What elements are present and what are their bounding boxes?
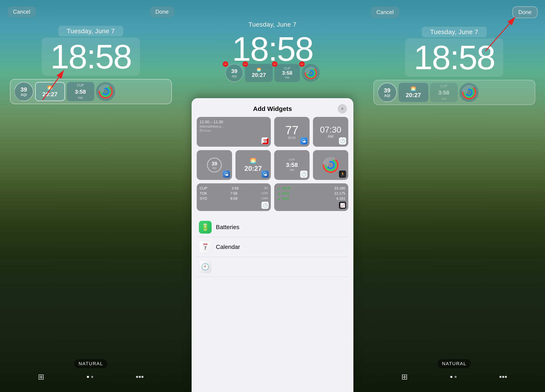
calendar-app-row[interactable]: JUN 7 Calendar — [197, 237, 348, 257]
middle-panel: Tuesday, June 7 18:58 39 AQI − 🌅 20:27 −… — [182, 0, 363, 392]
mid-clock-edit: 🌅 20:27 − — [245, 64, 273, 82]
right-sun-icon: 🌅 — [411, 86, 416, 91]
cup-clock-badge: 🕐 — [300, 171, 307, 178]
minus-aqi[interactable]: − — [223, 61, 228, 67]
right-clock-widget: 🌅 20:27 — [398, 83, 428, 102]
right-dot-1 — [450, 376, 452, 378]
left-arrow — [21, 68, 74, 111]
right-ring-widget — [459, 83, 479, 102]
ring-badge: 🏃 — [339, 171, 346, 178]
weather-badge: 🌤 — [300, 137, 307, 145]
clock-sun-cell[interactable]: 🌅 20:27 🌤 — [235, 150, 271, 180]
calendar-badge: 📅 — [261, 137, 269, 145]
batteries-app-row[interactable]: 🔋 Batteries — [197, 218, 348, 237]
mid-ring-edit: − — [302, 64, 320, 82]
add-widgets-modal: Add Widgets × 11:00 – 11:30 Editorial/Ne… — [192, 98, 353, 392]
svg-line-7 — [43, 70, 64, 100]
batteries-icon: 🔋 — [199, 221, 212, 234]
clock-alarm-cell[interactable]: 07:30 AM 🕐 — [313, 117, 348, 147]
cup-clock-cell[interactable]: CUP 3:58 PM 🕐 — [274, 150, 310, 180]
right-dot-2 — [454, 376, 457, 378]
left-cancel-button[interactable]: Cancel — [7, 6, 36, 17]
left-date: Tuesday, June 7 — [58, 26, 124, 36]
app-list: 🔋 Batteries JUN 7 Calendar 🕙 — [192, 215, 353, 279]
modal-header: Add Widgets × — [192, 98, 353, 117]
right-cup-widget: CUP 3:58 PM — [430, 83, 458, 102]
stocks-badge: 📈 — [339, 202, 346, 209]
right-cancel-button[interactable]: Cancel — [371, 6, 399, 18]
left-bottom-icons: ⊞ ••• — [38, 372, 144, 381]
left-ring-widget — [96, 82, 115, 101]
aqi-widget-cell[interactable]: 39 AQI 🌤 — [197, 150, 232, 180]
right-page-dots — [450, 376, 457, 378]
clock-icon: 🕙 — [199, 260, 212, 273]
batteries-label: Batteries — [216, 224, 240, 230]
right-widget-bar: 39 AQI 🌅 20:27 CUP 3:58 PM — [373, 80, 535, 105]
right-panel: Cancel Done Tuesday, June 7 18:58 39 AQI… — [363, 0, 545, 392]
middle-time: 18:58 — [226, 31, 319, 67]
middle-date: Tuesday, June 7 — [244, 19, 301, 30]
weather-temp-cell[interactable]: 77 63 82 🌤 — [274, 117, 310, 147]
left-page-dots — [87, 376, 93, 378]
minus-cup[interactable]: − — [272, 61, 277, 67]
right-more-icon: ••• — [499, 372, 507, 381]
ring-widget-cell[interactable]: 🏃 — [313, 150, 348, 180]
left-panel: Cancel Done Tuesday, June 7 18:58 39 AQI… — [0, 0, 182, 392]
minus-ring[interactable]: − — [299, 61, 305, 67]
timezone-widget-cell[interactable]: CUP 3:58 -3H TOK 7:58 +13H SYD 8:58 +14H — [197, 183, 271, 211]
dot-2 — [91, 376, 93, 378]
svg-line-27 — [485, 17, 515, 51]
middle-widget-bar: 39 AQI − 🌅 20:27 − CUP 3:58 PM − — [225, 64, 320, 82]
left-filter-label: NATURAL — [74, 359, 107, 368]
aqi-badge: 🌤 — [223, 171, 230, 178]
left-more-icon: ••• — [136, 372, 144, 381]
right-arrow — [468, 8, 532, 62]
minus-clock[interactable]: − — [242, 61, 248, 67]
dot-1 — [87, 376, 89, 378]
calendar-icon: JUN 7 — [199, 241, 212, 253]
tz-badge: 🕐 — [261, 202, 269, 209]
modal-close-button[interactable]: × — [338, 104, 347, 113]
left-top-buttons: Cancel Done — [0, 0, 182, 17]
right-bottom-icons: ⊞ ••• — [401, 372, 507, 381]
modal-title: Add Widgets — [207, 105, 338, 112]
stocks-widget-cell[interactable]: ▲ DOW 33,180 ▲ NAS 12,175 ▲ S&P 4,161 📈 — [274, 183, 348, 211]
right-aqi-widget: 39 AQI — [378, 83, 397, 102]
left-photo-icon: ⊞ — [38, 372, 44, 381]
widget-grid: 11:00 – 11:30 Editorial/News p... 🎞 Gmai… — [192, 117, 353, 215]
clock-app-row[interactable]: 🕙 — [197, 257, 348, 277]
mid-aqi-edit: 39 AQI − — [225, 64, 243, 82]
right-photo-icon: ⊞ — [401, 372, 408, 381]
mid-cup-edit: CUP 3:58 PM − — [274, 64, 300, 82]
right-bottom-bar: NATURAL ⊞ ••• — [363, 359, 545, 381]
right-filter-label: NATURAL — [438, 359, 471, 368]
calendar-widget-cell[interactable]: 11:00 – 11:30 Editorial/News p... 🎞 Gmai… — [197, 117, 271, 147]
calendar-label: Calendar — [216, 244, 240, 250]
left-done-button[interactable]: Done — [150, 6, 174, 17]
clock-badge: 🕐 — [339, 137, 346, 145]
left-bottom-bar: NATURAL ⊞ ••• — [0, 359, 182, 381]
sun-clock-badge: 🌤 — [261, 171, 269, 178]
